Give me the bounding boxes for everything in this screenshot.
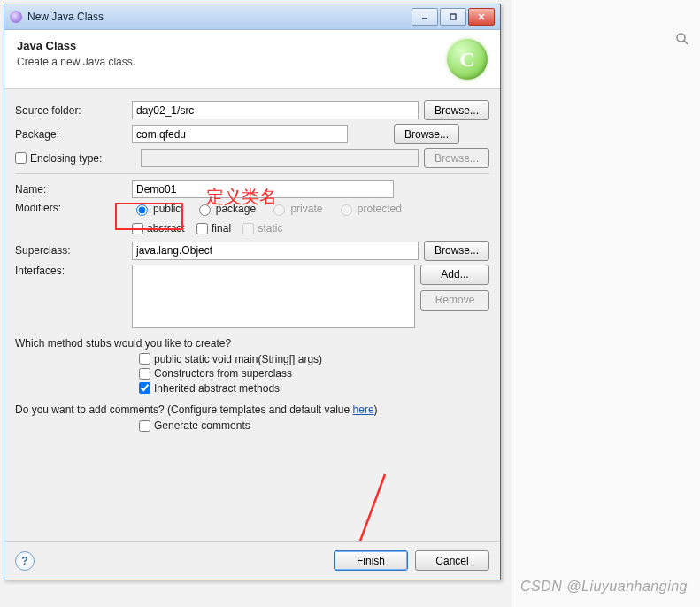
modifiers-label: Modifiers: — [15, 202, 127, 214]
modifier-final-checkbox[interactable] — [196, 223, 208, 234]
generate-comments-label: Generate comments — [154, 419, 250, 432]
interfaces-listbox[interactable] — [132, 265, 415, 328]
stub-main-label: public static void main(String[] args) — [154, 353, 322, 365]
dialog-header: Java Class Create a new Java class. C — [4, 30, 500, 89]
eclipse-icon — [10, 11, 22, 23]
background-panel — [512, 0, 700, 607]
modifier-private-label: private — [290, 203, 322, 215]
enclosing-type-checkbox[interactable] — [15, 152, 27, 164]
separator — [15, 173, 489, 174]
header-title: Java Class — [17, 39, 447, 52]
comments-question: Do you want to add comments? (Configure … — [15, 403, 489, 416]
svg-rect-3 — [450, 14, 456, 19]
modifier-protected-label: protected — [358, 203, 402, 215]
superclass-label: Superclass: — [15, 244, 127, 257]
modifier-package-label: package — [216, 203, 256, 215]
modifier-final-label: final — [212, 222, 231, 234]
dialog-content: Source folder: Browse... Package: Browse… — [4, 89, 500, 541]
minimize-button[interactable] — [412, 8, 438, 26]
dialog-footer: ? Finish Cancel — [4, 541, 500, 580]
stub-inherited-checkbox[interactable] — [139, 382, 150, 394]
svg-line-6 — [348, 474, 385, 541]
titlebar: New Java Class — [4, 4, 500, 30]
add-interface-button[interactable]: Add... — [420, 265, 489, 285]
annotation-arrow — [332, 470, 394, 541]
modifier-protected-radio — [341, 204, 352, 216]
modifier-abstract-checkbox[interactable] — [132, 223, 143, 234]
modifier-static-label: static — [258, 222, 282, 234]
superclass-input[interactable] — [132, 242, 419, 260]
stub-constructors-label: Constructors from superclass — [154, 367, 292, 380]
browse-source-folder-button[interactable]: Browse... — [424, 100, 489, 120]
window-title: New Java Class — [27, 11, 410, 23]
name-label: Name: — [15, 183, 127, 196]
stub-constructors-checkbox[interactable] — [139, 368, 150, 380]
stubs-question: Which method stubs would you like to cre… — [15, 337, 489, 350]
modifier-public-label: public — [153, 203, 181, 215]
remove-interface-button: Remove — [420, 290, 489, 311]
modifier-public-radio[interactable] — [136, 204, 148, 216]
comments-question-prefix: Do you want to add comments? (Configure … — [15, 403, 353, 416]
generate-comments-checkbox[interactable] — [139, 420, 150, 432]
source-folder-input[interactable] — [132, 101, 419, 119]
svg-point-0 — [677, 34, 685, 42]
browse-superclass-button[interactable]: Browse... — [424, 241, 489, 261]
stub-inherited-label: Inherited abstract methods — [154, 382, 280, 395]
browse-package-button[interactable]: Browse... — [394, 124, 459, 144]
stub-main-checkbox[interactable] — [139, 353, 150, 365]
browse-enclosing-type-button: Browse... — [424, 148, 489, 168]
svg-line-1 — [684, 41, 688, 44]
class-banner-icon: C — [447, 39, 488, 80]
cancel-button[interactable]: Cancel — [415, 550, 489, 571]
watermark: CSDN @Liuyuanhanging — [520, 579, 688, 595]
modifier-static-checkbox — [242, 223, 254, 234]
modifier-abstract-label: abstract — [147, 222, 185, 234]
name-input[interactable] — [132, 180, 394, 198]
modifier-private-radio — [273, 204, 285, 216]
search-icon[interactable] — [675, 32, 689, 49]
enclosing-type-label: Enclosing type: — [30, 152, 102, 165]
configure-templates-link[interactable]: here — [353, 403, 374, 416]
finish-button[interactable]: Finish — [334, 550, 408, 571]
package-label: Package: — [15, 128, 127, 141]
comments-question-suffix: ) — [374, 403, 378, 416]
enclosing-type-input — [141, 149, 419, 167]
package-input[interactable] — [132, 125, 348, 143]
modifier-package-radio[interactable] — [199, 204, 211, 216]
header-subtitle: Create a new Java class. — [17, 56, 447, 68]
source-folder-label: Source folder: — [15, 104, 127, 117]
maximize-button[interactable] — [440, 8, 466, 26]
new-java-class-dialog: New Java Class Java Class Create a new J… — [4, 4, 501, 580]
interfaces-label: Interfaces: — [15, 265, 127, 277]
help-icon[interactable]: ? — [15, 551, 35, 571]
close-button[interactable] — [468, 8, 495, 26]
